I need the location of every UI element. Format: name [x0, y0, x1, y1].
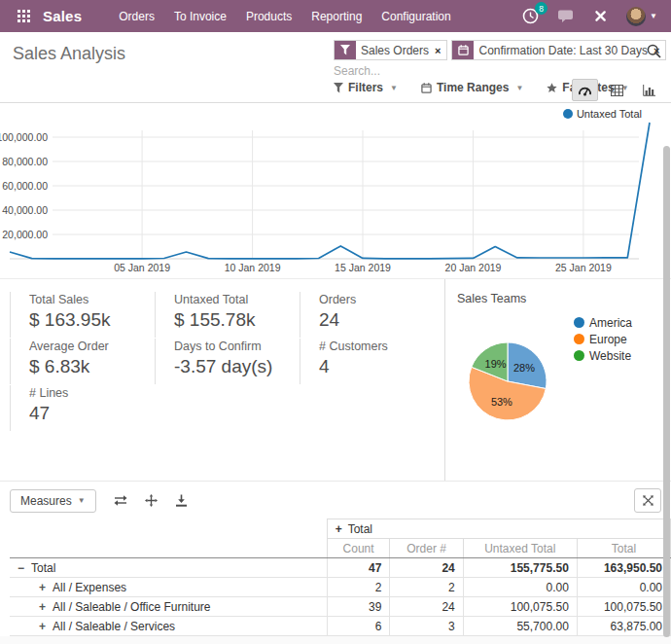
pivot-cell[interactable]: 100,075.50: [577, 597, 670, 617]
apps-grid-icon[interactable]: [18, 10, 30, 22]
systray: 8 ▼: [522, 7, 657, 26]
nav-item-to-invoice[interactable]: To Invoice: [164, 10, 236, 23]
pie-legend-item-europe[interactable]: Europe: [574, 331, 632, 347]
pivot-cell[interactable]: 2: [390, 578, 463, 597]
measures-button[interactable]: Measures ▼: [10, 489, 96, 513]
pivot-cell[interactable]: 0.00: [577, 578, 670, 597]
pie-legend: AmericaEuropeWebsite: [574, 314, 632, 364]
search-facet-sales-orders: Sales Orders×: [334, 40, 447, 60]
legend-label: Untaxed Total: [577, 108, 642, 120]
nav-item-configuration[interactable]: Configuration: [371, 10, 460, 23]
collapse-row-icon[interactable]: −: [18, 561, 24, 575]
pivot-row-header[interactable]: +All / Saleable / Services: [10, 617, 327, 636]
pivot-row-header[interactable]: +All / Expenses: [10, 578, 327, 597]
search-area: Sales Orders×Confirmation Date: Last 30 …: [334, 40, 643, 79]
table-row: +All / Expenses220.000.00: [10, 578, 671, 597]
kpi-untaxed-total: Untaxed Total$ 155.78k: [155, 292, 290, 338]
pivot-column-total[interactable]: Total: [577, 539, 670, 558]
kpi-customers: # Customers4: [300, 339, 435, 384]
pie-chart-canvas[interactable]: 28%53%19%: [445, 310, 572, 460]
chevron-down-icon: ▼: [390, 84, 398, 92]
svg-text:25 Jan 2019: 25 Jan 2019: [555, 262, 612, 273]
table-row: −Total4724155,775.50163,950.50: [10, 558, 671, 578]
svg-text:40,000.00: 40,000.00: [2, 204, 48, 216]
kpi-total-sales: Total Sales$ 163.95k: [10, 292, 145, 338]
activities-icon[interactable]: 8: [522, 8, 539, 24]
chevron-down-icon: ▼: [650, 12, 657, 20]
kpi-label: Days to Confirm: [174, 340, 290, 353]
chart-legend[interactable]: Untaxed Total: [563, 108, 642, 120]
kpi-label: # Customers: [319, 340, 435, 353]
pivot-cell[interactable]: 55,700.00: [463, 617, 577, 636]
pivot-column-untaxed-total[interactable]: Untaxed Total: [463, 539, 577, 558]
expand-row-icon[interactable]: +: [39, 620, 46, 633]
legend-label: America: [589, 316, 632, 330]
view-button-graph[interactable]: [636, 79, 662, 101]
messaging-icon[interactable]: [557, 9, 575, 24]
expand-fullscreen-button[interactable]: [634, 488, 661, 513]
pivot-cell[interactable]: 2: [327, 578, 390, 597]
pivot-column-order[interactable]: Order #: [390, 539, 463, 558]
time-ranges-button[interactable]: Time Ranges▼: [421, 81, 523, 94]
pivot-row-header[interactable]: +All / Saleable / Office Furniture: [10, 597, 327, 617]
pivot-cell[interactable]: 100,075.50: [463, 597, 577, 617]
developer-tools-icon[interactable]: [593, 9, 608, 23]
dashboard-stats: Total Sales$ 163.95kUntaxed Total$ 155.7…: [0, 278, 671, 481]
pivot-cell[interactable]: 6: [327, 617, 390, 636]
line-chart-canvas[interactable]: 20,000.0040,000.0060,000.0080,000.00100,…: [0, 103, 671, 282]
nav-item-reporting[interactable]: Reporting: [301, 10, 371, 23]
bottom-spacer: [0, 636, 671, 644]
nav-item-products[interactable]: Products: [236, 10, 301, 23]
pie-legend-item-website[interactable]: Website: [574, 347, 632, 364]
facet-remove-icon[interactable]: ×: [434, 45, 446, 56]
svg-text:19%: 19%: [485, 358, 507, 370]
legend-label: Website: [589, 349, 631, 363]
expand-row-icon[interactable]: +: [39, 600, 46, 614]
expand-row-icon[interactable]: +: [39, 581, 46, 594]
pivot-toolbar: Measures ▼: [0, 482, 671, 519]
pivot-cell[interactable]: 3: [390, 617, 463, 636]
svg-text:53%: 53%: [491, 396, 512, 408]
pivot-cell[interactable]: 63,875.00: [577, 617, 670, 636]
view-button-pivot[interactable]: [604, 79, 630, 101]
download-icon[interactable]: [175, 494, 188, 507]
table-row: +All / Saleable / Services6355,700.0063,…: [10, 617, 671, 636]
pivot-row-header[interactable]: −Total: [10, 558, 327, 578]
pivot-cell[interactable]: 39: [327, 597, 390, 617]
search-facet-confirmation-date-last-30-days: Confirmation Date: Last 30 Days×: [451, 40, 666, 60]
pivot-cell[interactable]: 163,950.50: [577, 558, 670, 578]
filter-icon: [335, 41, 356, 59]
pivot-cell[interactable]: 24: [390, 597, 463, 617]
pie-legend-item-america[interactable]: America: [574, 314, 632, 331]
user-menu[interactable]: ▼: [626, 7, 657, 26]
kpi-days-to-confirm: Days to Confirm-3.57 day(s): [155, 339, 290, 384]
kpi-label: # Lines: [29, 386, 145, 400]
pivot-cell[interactable]: 0.00: [463, 578, 577, 597]
svg-text:60,000.00: 60,000.00: [2, 180, 48, 192]
kpi-orders: Orders24: [300, 292, 435, 338]
kpi-grid: Total Sales$ 163.95kUntaxed Total$ 155.7…: [0, 279, 445, 481]
expand-all-icon[interactable]: [145, 494, 158, 507]
legend-dot: [563, 109, 573, 119]
scrollbar-thumb[interactable]: [663, 146, 670, 637]
view-button-dashboard[interactable]: [572, 79, 598, 101]
search-icon[interactable]: [647, 44, 661, 62]
pivot-column-count[interactable]: Count: [327, 539, 390, 558]
app-name[interactable]: Sales: [43, 8, 82, 24]
search-input[interactable]: [334, 64, 643, 78]
expand-columns-icon[interactable]: +: [336, 522, 342, 536]
nav-item-orders[interactable]: Orders: [109, 10, 164, 23]
pivot-column-group[interactable]: +Total: [327, 519, 670, 539]
page-scrollbar[interactable]: [662, 103, 671, 644]
pivot-cell[interactable]: 47: [327, 558, 390, 578]
filters-button[interactable]: Filters▼: [334, 81, 398, 94]
svg-text:100,000.00: 100,000.00: [0, 131, 48, 143]
svg-text:28%: 28%: [513, 362, 535, 374]
pivot-cell[interactable]: 24: [390, 558, 463, 578]
search-facets: Sales Orders×Confirmation Date: Last 30 …: [334, 40, 643, 60]
facet-label: Confirmation Date: Last 30 Days: [474, 44, 652, 57]
flip-axis-icon[interactable]: [114, 494, 127, 507]
svg-text:10 Jan 2019: 10 Jan 2019: [225, 262, 281, 273]
pivot-cell[interactable]: 155,775.50: [463, 558, 577, 578]
kpi-lines: # Lines47: [10, 385, 145, 431]
